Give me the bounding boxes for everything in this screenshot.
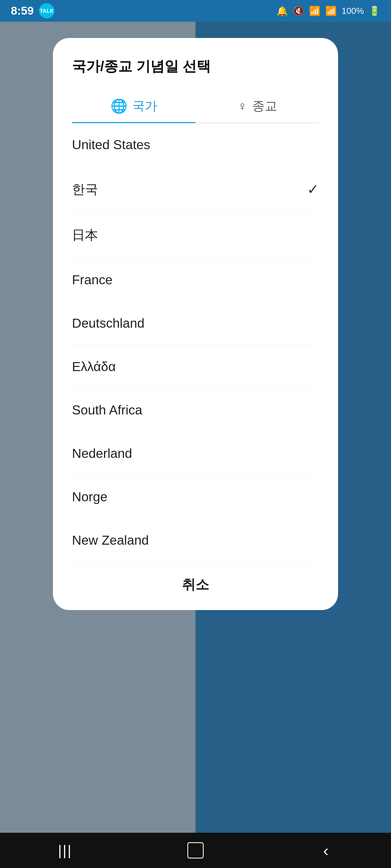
list-item[interactable]: Norge xyxy=(72,475,319,519)
nav-bar: ||| ‹ xyxy=(0,833,391,868)
country-name-greece: Ελλάδα xyxy=(72,359,116,374)
list-item[interactable]: Deutschland xyxy=(72,302,319,345)
country-name-south-africa: South Africa xyxy=(72,403,142,417)
tabs-container: 🌐 국가 ♀ 종교 xyxy=(72,90,319,123)
country-list: United States 한국 ✓ 日本 France Deutschland… xyxy=(53,123,338,562)
list-item[interactable]: New Zealand xyxy=(72,519,319,562)
country-tab-icon: 🌐 xyxy=(111,98,127,114)
country-name-korea: 한국 xyxy=(72,181,98,198)
list-item[interactable]: South Africa xyxy=(72,389,319,432)
religion-tab-icon: ♀ xyxy=(238,99,247,114)
country-tab-label: 국가 xyxy=(132,98,157,115)
signal-icon: 📶 xyxy=(325,5,337,16)
country-name-japan: 日本 xyxy=(72,226,98,244)
list-item[interactable]: 한국 ✓ xyxy=(72,166,319,212)
status-right: 🔔 🔇 📶 📶 100% 🔋 xyxy=(276,5,380,16)
list-item[interactable]: France xyxy=(72,258,319,302)
modal-overlay: 국가/종교 기념일 선택 🌐 국가 ♀ 종교 United States 한국 … xyxy=(0,22,391,833)
list-item[interactable]: Nederland xyxy=(72,432,319,475)
country-name-nederland: Nederland xyxy=(72,446,132,461)
home-button[interactable] xyxy=(182,839,209,861)
battery-icon: 🔋 xyxy=(369,5,380,16)
alarm-icon: 🔔 xyxy=(276,5,288,16)
status-time: 8:59 xyxy=(11,4,34,18)
religion-tab-label: 종교 xyxy=(252,98,277,115)
recent-apps-icon: ||| xyxy=(58,842,73,859)
cancel-button[interactable]: 취소 xyxy=(72,562,319,604)
country-name-norge: Norge xyxy=(72,489,108,504)
modal-title: 국가/종교 기념일 선택 xyxy=(53,38,338,90)
mute-icon: 🔇 xyxy=(293,5,304,16)
check-icon: ✓ xyxy=(307,181,319,197)
back-icon: ‹ xyxy=(323,841,329,860)
country-name-united-states: United States xyxy=(72,137,150,152)
country-name-new-zealand: New Zealand xyxy=(72,533,149,548)
modal-dialog: 국가/종교 기념일 선택 🌐 국가 ♀ 종교 United States 한국 … xyxy=(53,38,338,610)
list-item[interactable]: 日本 xyxy=(72,212,319,258)
status-bar: 8:59 TALK 🔔 🔇 📶 📶 100% 🔋 xyxy=(0,0,391,22)
list-item[interactable]: Ελλάδα xyxy=(72,345,319,389)
list-item[interactable]: United States xyxy=(72,123,319,166)
wifi-icon: 📶 xyxy=(309,5,320,16)
recent-apps-button[interactable]: ||| xyxy=(52,839,79,861)
country-name-deutschland: Deutschland xyxy=(72,316,144,331)
home-icon xyxy=(187,842,204,859)
tab-religion[interactable]: ♀ 종교 xyxy=(196,90,319,123)
talk-icon: TALK xyxy=(39,3,54,19)
tab-country[interactable]: 🌐 국가 xyxy=(72,90,196,123)
back-button[interactable]: ‹ xyxy=(312,839,339,861)
battery-percentage: 100% xyxy=(342,6,364,16)
country-name-france: France xyxy=(72,272,112,287)
status-left: 8:59 TALK xyxy=(11,3,54,19)
